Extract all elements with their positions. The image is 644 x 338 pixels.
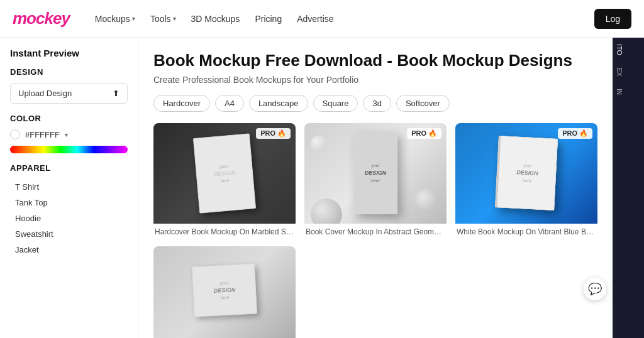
right-panel-text: ITO — [613, 38, 626, 62]
nav-pricing[interactable]: Pricing — [248, 10, 288, 28]
design-section-label: DESIGN — [10, 67, 128, 77]
mockup-card-4[interactable]: your DESIGN here Book Mockup On Marble S… — [153, 246, 296, 339]
main-content: Book Mockup Free Download - Book Mockup … — [138, 38, 613, 338]
upload-label: Upload Design — [18, 89, 72, 98]
color-hex-value: #FFFFFF — [25, 130, 60, 139]
apparel-item-tanktop[interactable]: Tank Top — [10, 195, 128, 210]
nav-advertise[interactable]: Advertise — [291, 10, 340, 28]
filter-3d[interactable]: 3d — [363, 95, 391, 112]
page-title: Book Mockup Free Download - Book Mockup … — [153, 50, 597, 71]
instant-preview-title: Instant Preview — [10, 48, 128, 58]
mockup-card-1[interactable]: your DESIGN here PRO 🔥 Hardcover Book Mo… — [153, 123, 296, 237]
nav-tools[interactable]: Tools ▾ — [144, 10, 182, 28]
upload-design-button[interactable]: Upload Design ⬆ — [10, 83, 128, 104]
filter-landscape[interactable]: Landscape — [249, 95, 308, 112]
navbar: mockey Mockups ▾ Tools ▾ 3D Mockups Pric… — [0, 0, 644, 38]
filter-hardcover[interactable]: Hardcover — [153, 95, 210, 112]
fire-icon: 🔥 — [428, 129, 437, 138]
pro-badge-1: PRO 🔥 — [256, 128, 291, 139]
color-section-label: COLOR — [10, 114, 128, 123]
right-panel-text-2: EX — [613, 62, 626, 82]
chat-button[interactable]: 💬 — [584, 278, 606, 300]
page-subtitle: Create Professional Book Mockups for You… — [153, 75, 597, 85]
pro-badge-2: PRO 🔥 — [407, 128, 441, 139]
color-gradient-bar[interactable] — [10, 146, 128, 153]
main-layout: Instant Preview DESIGN Upload Design ⬆ C… — [0, 38, 644, 338]
mockup-card-2[interactable]: your DESIGN here PRO 🔥 — [304, 123, 447, 237]
nav-links: Mockups ▾ Tools ▾ 3D Mockups Pricing Adv… — [89, 10, 594, 28]
mockup-grid: your DESIGN here PRO 🔥 Hardcover Book Mo… — [153, 123, 597, 339]
right-panel: ITO EX IN — [613, 38, 644, 338]
upload-icon: ⬆ — [113, 89, 119, 98]
chevron-down-icon: ▾ — [173, 15, 176, 22]
sidebar: Instant Preview DESIGN Upload Design ⬆ C… — [0, 38, 138, 338]
apparel-section: APPAREL T Shirt Tank Top Hoodie Sweatshi… — [10, 163, 128, 258]
chevron-down-icon[interactable]: ▾ — [65, 131, 68, 138]
filter-square[interactable]: Square — [313, 95, 358, 112]
color-picker-row: #FFFFFF ▾ — [10, 129, 128, 139]
pro-badge-3: PRO 🔥 — [558, 128, 592, 139]
logo[interactable]: mockey — [13, 9, 70, 28]
apparel-item-jacket[interactable]: Jacket — [10, 242, 128, 258]
fire-icon: 🔥 — [579, 129, 588, 138]
chevron-down-icon: ▾ — [132, 15, 135, 22]
login-button[interactable]: Log — [594, 9, 631, 29]
apparel-item-sweatshirt[interactable]: Sweatshirt — [10, 226, 128, 242]
mockup-card-3[interactable]: your DESIGN here PRO 🔥 White Book Mockup… — [455, 123, 597, 237]
filter-a4[interactable]: A4 — [215, 95, 244, 112]
mockup-label-2: Book Cover Mockup In Abstract Geomet... — [304, 224, 447, 237]
mockup-label-1: Hardcover Book Mockup On Marbled Su... — [153, 224, 296, 237]
right-panel-text-3: IN — [613, 82, 626, 101]
filter-softcover[interactable]: Softcover — [396, 95, 450, 112]
filter-tags: Hardcover A4 Landscape Square 3d Softcov… — [153, 95, 597, 112]
apparel-section-label: APPAREL — [10, 163, 128, 173]
nav-3d-mockups[interactable]: 3D Mockups — [185, 10, 247, 28]
mockup-label-3: White Book Mockup On Vibrant Blue Bac... — [455, 224, 597, 237]
apparel-item-hoodie[interactable]: Hoodie — [10, 210, 128, 226]
fire-icon: 🔥 — [277, 129, 286, 138]
color-swatch[interactable] — [10, 129, 20, 139]
apparel-item-tshirt[interactable]: T Shirt — [10, 179, 128, 195]
nav-mockups[interactable]: Mockups ▾ — [89, 10, 142, 28]
